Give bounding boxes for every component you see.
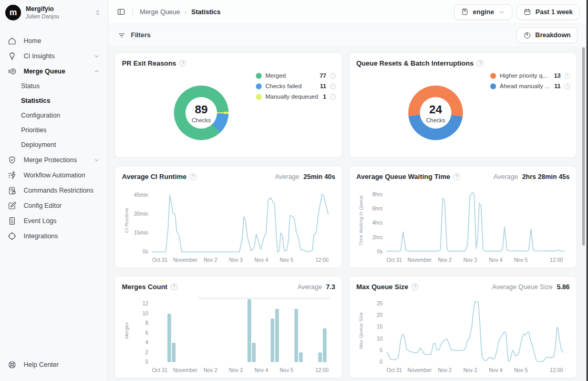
sidebar-subitem-priorities[interactable]: Priorities [0,123,108,137]
line-chart: 0s2hrs4hrs6hrs8hrsOct 31NovemberNov 2Nov… [356,184,571,268]
sidebar-subitem-statistics[interactable]: Statistics [0,93,108,108]
chevron-down-icon [498,8,506,16]
svg-text:12:00: 12:00 [550,367,563,373]
help-icon[interactable]: ? [453,173,460,180]
filters-button[interactable]: Filters [118,31,151,39]
sidebar-subitem-configuration[interactable]: Configuration [0,108,108,123]
legend-item[interactable]: Higher priority q...13i [490,72,570,79]
sidebar-item-event-logs[interactable]: Event Logs [0,213,108,228]
bar-chart: 024681012Oct 31NovemberNov 2Nov 3Nov 4No… [122,294,336,378]
legend-item[interactable]: Ahead manually ...11i [490,83,570,89]
lightbulb-icon [7,51,17,61]
svg-text:12: 12 [142,301,149,306]
average-label: Average [297,283,322,291]
card-max-queue-size: Max Queue Size ? Average Queue Size 5.86… [349,276,577,378]
sidebar-item-label: Merge Queue [24,68,65,75]
help-icon[interactable]: ? [190,173,197,180]
chart-legend: Higher priority q...13iAhead manually ..… [490,72,570,89]
svg-text:12:00: 12:00 [315,257,328,263]
legend-item[interactable]: Checks failed11i [256,83,336,89]
info-icon[interactable]: i [330,73,336,79]
sidebar-item-label: Help Center [24,361,59,368]
date-range-button[interactable]: Past 1 week [517,4,580,20]
legend-dot [490,73,496,79]
svg-text:Nov 3: Nov 3 [463,257,478,263]
sidebar-subitem-deployment[interactable]: Deployment [0,137,108,152]
sidebar-item-merge-queue[interactable]: Merge Queue [0,64,108,79]
puzzle-icon [7,231,17,241]
breadcrumb-merge-queue[interactable]: Merge Queue [140,8,180,16]
legend-dot [256,83,262,89]
help-icon[interactable]: ? [411,283,418,290]
merge-queue-icon [7,67,17,76]
sidebar-item-label: Deployment [21,141,56,149]
svg-text:Nov 2: Nov 2 [203,367,218,373]
card-title: Average Queue Waiting Time [356,173,450,181]
legend-value: 1 [323,93,326,100]
legend-dot [256,94,262,100]
repo-selector-value: engine [473,8,494,16]
svg-text:Nov 5: Nov 5 [280,367,294,373]
sidebar-item-config-editor[interactable]: Config Editor [0,198,108,213]
sidebar-item-label: Home [24,37,41,45]
svg-text:Nov 2: Nov 2 [203,257,218,263]
svg-text:4hrs: 4hrs [373,220,383,226]
unfold-icon [94,9,101,16]
svg-text:2: 2 [145,350,148,355]
app-window: m Mergifyio Julien Danjou Home CI Insigh… [0,0,588,381]
legend-value: 13 [554,72,561,79]
sidebar-item-merge-protections[interactable]: Merge Protections [0,152,108,167]
filter-icon [118,31,126,39]
donut-total-label: Checks [192,117,211,123]
workflow-bolt-icon [7,171,17,180]
file-text-icon [7,216,17,226]
donut-chart: 24 Checks [408,86,463,140]
sidebar-item-help-center[interactable]: Help Center [0,355,108,381]
legend-value: 11 [320,83,326,89]
card-queue-resets: Queue Resets & Batch Interruptions ? 24 … [349,52,577,158]
help-icon[interactable]: ? [477,60,483,67]
legend-value: 11 [554,83,561,89]
info-icon[interactable]: i [564,83,570,89]
info-icon[interactable]: i [330,94,336,100]
sidebar-item-ci-insights[interactable]: CI Insights [0,48,108,64]
sidebar-item-commands-restrictions[interactable]: Commands Restrictions [0,183,108,198]
legend-item[interactable]: Manually dequeued1i [256,93,336,100]
help-icon[interactable]: ? [179,60,186,67]
svg-text:CI Runtime: CI Runtime [123,208,129,233]
sidebar-subitem-status[interactable]: Status [0,79,108,93]
average-label: Average [493,173,518,181]
legend-label: Merged [265,72,316,79]
svg-text:Max Queue Size: Max Queue Size [358,312,364,349]
filters-label: Filters [131,31,151,39]
average-value: 25min 40s [304,173,335,181]
breakdown-button[interactable]: Breakdown [517,27,577,43]
breadcrumb-statistics: Statistics [191,8,221,16]
info-icon[interactable]: i [330,83,336,89]
scrollbar-thumb[interactable] [582,47,585,246]
svg-text:6: 6 [145,330,148,336]
sidebar-item-label: Integrations [24,232,58,240]
info-icon[interactable]: i [564,73,570,79]
legend-item[interactable]: Merged77i [256,72,336,79]
top-bar: Merge Queue › Statistics engine Past 1 w… [108,0,588,24]
help-icon[interactable]: ? [171,283,178,290]
svg-text:Nov 4: Nov 4 [489,367,503,373]
donut-total: 89 [195,103,208,117]
sidebar-item-integrations[interactable]: Integrations [0,228,108,244]
sidebar-toggle-icon[interactable] [117,7,126,16]
sidebar-item-home[interactable]: Home [0,33,108,48]
sidebar-item-workflow-automation[interactable]: Workflow Automation [0,167,108,183]
repo-selector[interactable]: engine [454,4,512,20]
donut-chart: 89 Checks [174,86,229,140]
svg-text:12:00: 12:00 [315,367,328,373]
card-title: Max Queue Size [356,283,408,291]
sidebar: m Mergifyio Julien Danjou Home CI Insigh… [0,0,108,381]
charts-grid: PR Exit Reasons ? 89 Checks Merged77iChe… [108,46,588,381]
sidebar-item-label: Configuration [21,112,60,119]
sidebar-item-label: Statistics [21,97,50,104]
svg-text:45min: 45min [134,192,148,198]
svg-text:6hrs: 6hrs [373,206,383,211]
svg-text:November: November [407,257,432,263]
org-switcher[interactable]: m Mergifyio Julien Danjou [0,0,108,25]
